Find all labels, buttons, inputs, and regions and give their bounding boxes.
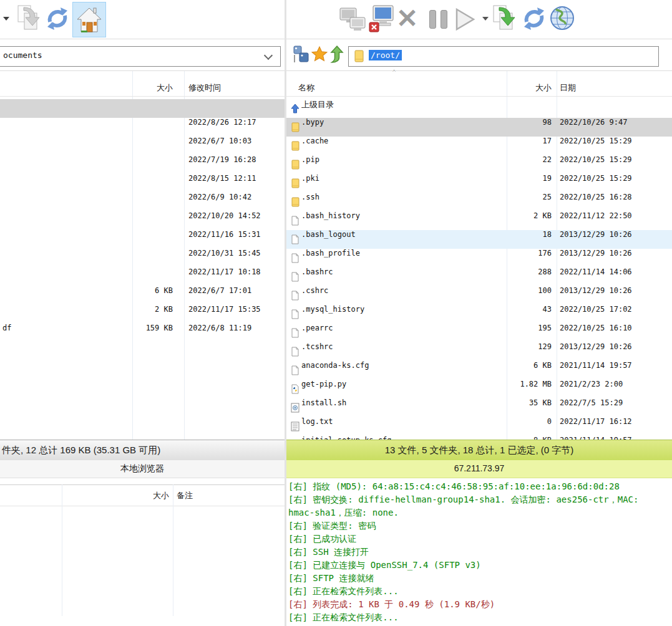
- file-date: 2013/12/29 10:26: [560, 230, 632, 239]
- local-pane: ocuments 大小 修改时间 2022/8/26 12:172022/6/7…: [0, 0, 285, 626]
- favorites-star-icon[interactable]: [311, 46, 328, 65]
- file-size: 43: [507, 305, 552, 314]
- parent-directory-row[interactable]: 上级目录: [286, 99, 672, 118]
- site-list-icon[interactable]: [293, 44, 310, 67]
- queue-column-note[interactable]: 备注: [177, 490, 193, 501]
- file-name: .bypy: [301, 118, 324, 127]
- file-row[interactable]: [0, 99, 285, 118]
- file-name: df: [2, 324, 11, 332]
- remote-path-input[interactable]: /root/: [348, 46, 659, 67]
- column-header-date[interactable]: 日期: [560, 82, 576, 94]
- up-directory-icon[interactable]: [329, 45, 344, 66]
- transfer-icon[interactable]: [16, 4, 42, 37]
- transfer-download-icon[interactable]: [492, 4, 518, 37]
- file-row[interactable]: .cshrc1002013/12/29 10:26: [286, 286, 672, 305]
- dropdown-caret-icon[interactable]: [3, 17, 9, 21]
- file-row[interactable]: .mysql_history432022/10/25 17:02: [286, 305, 672, 324]
- file-size: 19: [507, 174, 552, 183]
- file-row[interactable]: 2022/6/7 10:03: [0, 137, 285, 155]
- play-icon[interactable]: [453, 7, 477, 34]
- file-row[interactable]: df159 KB2022/6/8 11:19: [0, 324, 285, 342]
- file-row[interactable]: 2 KB2022/11/17 15:35: [0, 305, 285, 324]
- file-row[interactable]: 2022/10/20 14:52: [0, 211, 285, 230]
- file-icon: [290, 234, 300, 244]
- file-size: 0: [507, 417, 552, 426]
- file-date: 2022/11/17 15:35: [188, 305, 261, 314]
- file-name: log.txt: [301, 417, 333, 426]
- file-row[interactable]: .bashrc2882022/11/14 14:06: [286, 267, 672, 286]
- pane-splitter[interactable]: [285, 0, 286, 626]
- file-name: .bash_logout: [301, 230, 356, 239]
- file-row[interactable]: 2022/8/26 12:17: [0, 118, 285, 137]
- file-size: 129: [507, 342, 552, 351]
- file-row[interactable]: .bash_history2 KB2022/11/12 22:50: [286, 211, 672, 230]
- file-date: 2022/11/17 16:12: [560, 417, 632, 426]
- file-row[interactable]: .tcshrc1292013/12/29 10:26: [286, 342, 672, 361]
- file-row[interactable]: 2022/11/17 10:18: [0, 267, 285, 286]
- log-line: [右] 已成功认证: [286, 534, 672, 547]
- queue-panel-header: 大小 备注: [0, 484, 285, 506]
- remote-status-bar: 13 文件, 5 文件夹, 18 总计, 1 已选定, (0 字节): [286, 440, 672, 461]
- file-row[interactable]: .pip222022/10/25 15:29: [286, 155, 672, 174]
- file-date: 2022/11/12 22:50: [560, 211, 632, 220]
- file-row[interactable]: .pearrc1952022/10/25 16:10: [286, 324, 672, 342]
- file-date: 2022/6/8 11:19: [188, 324, 251, 332]
- file-row[interactable]: 6 KB2022/6/7 17:01: [0, 286, 285, 305]
- file-row[interactable]: 2022/7/19 16:28: [0, 155, 285, 174]
- file-date: 2022/11/17 10:18: [188, 267, 261, 276]
- file-row[interactable]: get-pip.py1.82 MB2021/2/23 2:00: [286, 380, 672, 398]
- column-header-size[interactable]: 大小: [507, 82, 552, 94]
- file-row[interactable]: 2022/11/16 15:31: [0, 230, 285, 249]
- file-row[interactable]: .bypy982022/10/26 9:47: [286, 118, 672, 137]
- file-date: 2022/7/5 15:29: [560, 398, 623, 407]
- column-divider: [62, 484, 62, 616]
- file-row[interactable]: install.sh35 KB2022/7/5 15:29: [286, 398, 672, 417]
- file-icon: [290, 253, 300, 263]
- local-status-bar: 件夹, 12 总计 169 KB (35.31 GB 可用): [0, 440, 285, 461]
- cancel-x-icon[interactable]: ✕: [396, 1, 418, 36]
- file-date: 2021/2/23 2:00: [560, 380, 623, 388]
- globe-icon[interactable]: [549, 5, 575, 34]
- file-date: 2022/10/25 15:29: [560, 174, 632, 183]
- column-header-name[interactable]: 名称: [298, 82, 314, 94]
- file-row[interactable]: log.txt02022/11/17 16:12: [286, 417, 672, 436]
- file-row[interactable]: .bash_profile1762013/12/29 10:26: [286, 249, 672, 267]
- file-row[interactable]: .bash_logout182013/12/29 10:26: [286, 230, 672, 249]
- file-size: 17: [507, 137, 552, 145]
- disconnect-computer-icon[interactable]: [368, 4, 397, 36]
- file-size: 6 KB: [133, 286, 173, 295]
- column-header-size[interactable]: 大小: [133, 82, 173, 94]
- file-row[interactable]: 2022/8/15 12:11: [0, 174, 285, 193]
- transfer-log[interactable]: [右] 指纹 (MD5): 64:a8:15:c4:c4:46:58:95:af…: [286, 479, 672, 626]
- file-size: 6 KB: [507, 361, 552, 370]
- file-row[interactable]: .pki192022/10/25 15:29: [286, 174, 672, 193]
- home-icon[interactable]: [72, 2, 106, 37]
- queue-column-size[interactable]: 大小: [62, 490, 173, 501]
- file-row[interactable]: .cache172022/10/25 15:29: [286, 137, 672, 155]
- file-row[interactable]: .ssh252022/10/25 16:28: [286, 193, 672, 211]
- file-size: 2 KB: [133, 305, 173, 314]
- file-name: .bash_history: [301, 211, 360, 220]
- local-path-combobox[interactable]: ocuments: [0, 46, 281, 67]
- file-row[interactable]: 2022/6/9 10:42: [0, 193, 285, 211]
- file-row[interactable]: 2022/10/31 15:45: [0, 249, 285, 267]
- file-row[interactable]: anaconda-ks.cfg6 KB2021/11/14 19:57: [286, 361, 672, 380]
- refresh-icon[interactable]: [46, 6, 69, 34]
- header-divider: [0, 96, 672, 97]
- file-date: 2013/12/29 10:26: [560, 342, 632, 351]
- file-icon: [290, 309, 300, 319]
- file-size: 1.82 MB: [507, 380, 552, 388]
- remote-pane: ✕: [286, 0, 672, 626]
- toolbar-divider: [0, 39, 672, 39]
- dropdown-caret-icon[interactable]: [482, 17, 489, 21]
- refresh-icon[interactable]: [522, 6, 546, 34]
- file-size: 22: [507, 155, 552, 164]
- connect-computers-icon[interactable]: [339, 5, 368, 36]
- pause-icon[interactable]: [429, 10, 447, 29]
- column-header-modified[interactable]: 修改时间: [188, 82, 221, 94]
- file-name: get-pip.py: [301, 380, 346, 388]
- chevron-down-icon[interactable]: [264, 51, 273, 60]
- tab-local-browser[interactable]: 本地浏览器: [0, 460, 285, 478]
- tab-remote-host[interactable]: 67.211.73.97: [286, 460, 672, 478]
- file-date: 2013/12/29 10:26: [560, 249, 632, 258]
